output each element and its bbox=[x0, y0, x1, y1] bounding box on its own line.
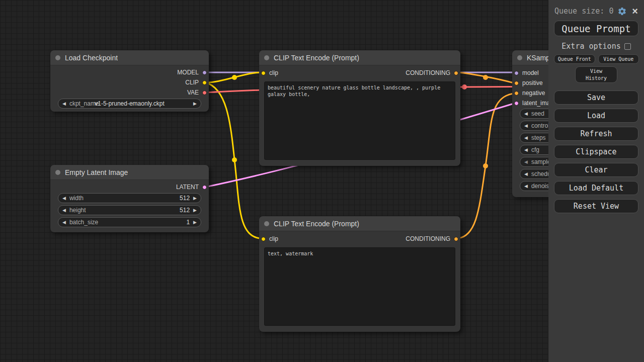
clear-button[interactable]: Clear bbox=[554, 163, 638, 177]
batch-size-widget[interactable]: ◀ batch_size 1 ▶ bbox=[58, 217, 201, 227]
widget-value: v1-5-pruned-emaonly.ckpt bbox=[58, 100, 201, 107]
view-history-line1: View bbox=[590, 68, 602, 74]
node-header[interactable]: CLIP Text Encode (Prompt) bbox=[259, 216, 460, 231]
increment-arrow-icon[interactable]: ▶ bbox=[193, 220, 197, 225]
widget-value: 512 bbox=[180, 207, 190, 214]
latent-slot-dot-icon[interactable] bbox=[202, 185, 207, 190]
output-slot-conditioning[interactable]: CONDITIONING bbox=[406, 234, 458, 244]
slot-label: CONDITIONING bbox=[406, 69, 450, 76]
widget-label: cfg bbox=[531, 146, 539, 153]
collapse-dot-icon[interactable] bbox=[264, 221, 269, 226]
slot-label: clip bbox=[269, 235, 278, 242]
slot-label: model bbox=[522, 69, 539, 76]
collapse-dot-icon[interactable] bbox=[55, 170, 60, 175]
view-queue-button[interactable]: View Queue bbox=[598, 54, 639, 64]
conditioning-slot-dot-icon[interactable] bbox=[454, 71, 458, 75]
slot-label: VAE bbox=[187, 89, 199, 96]
widget-label: batch_size bbox=[69, 219, 98, 226]
conditioning-slot-dot-icon[interactable] bbox=[514, 91, 519, 96]
widget-value: 1 bbox=[186, 219, 190, 226]
queue-status-row: Queue size: 0 × bbox=[548, 0, 644, 16]
clip-slot-dot-icon[interactable] bbox=[261, 71, 266, 75]
height-widget[interactable]: ◀ height 512 ▶ bbox=[58, 205, 201, 215]
node-title: CLIP Text Encode (Prompt) bbox=[274, 220, 359, 228]
decrement-arrow-icon[interactable]: ◀ bbox=[524, 172, 528, 176]
input-slot-model[interactable]: model bbox=[514, 68, 539, 78]
extra-options-label: Extra options bbox=[561, 42, 620, 51]
vae-slot-dot-icon[interactable] bbox=[202, 90, 207, 95]
slot-label: clip bbox=[269, 69, 278, 76]
decrement-arrow-icon[interactable]: ◀ bbox=[524, 148, 528, 152]
negative-prompt-textarea[interactable]: text, watermark bbox=[264, 247, 455, 326]
save-button[interactable]: Save bbox=[554, 90, 638, 105]
collapse-dot-icon[interactable] bbox=[55, 55, 60, 60]
output-slot-clip[interactable]: CLIP bbox=[185, 77, 207, 87]
decrement-arrow-icon[interactable]: ◀ bbox=[524, 160, 528, 164]
widget-label: seed bbox=[531, 110, 544, 117]
slot-label: positive bbox=[522, 79, 543, 86]
widget-label: steps bbox=[531, 134, 546, 141]
input-slot-clip[interactable]: clip bbox=[261, 234, 278, 244]
widget-label: height bbox=[69, 207, 86, 214]
node-load-checkpoint: Load Checkpoint MODEL CLIP VAE ◀ ckpt_na… bbox=[50, 50, 209, 112]
node-title: CLIP Text Encode (Prompt) bbox=[274, 54, 359, 62]
ckpt-name-widget[interactable]: ◀ ckpt_name v1-5-pruned-emaonly.ckpt ▶ bbox=[58, 99, 201, 109]
slot-label: CONDITIONING bbox=[406, 235, 450, 242]
increment-arrow-icon[interactable]: ▶ bbox=[193, 196, 197, 201]
node-title: Load Checkpoint bbox=[65, 54, 118, 62]
decrement-arrow-icon[interactable]: ◀ bbox=[62, 208, 66, 213]
decrement-arrow-icon[interactable]: ◀ bbox=[524, 184, 528, 189]
queue-prompt-button[interactable]: Queue Prompt bbox=[554, 21, 638, 36]
clip-slot-dot-icon[interactable] bbox=[261, 237, 266, 241]
refresh-button[interactable]: Refresh bbox=[554, 127, 638, 141]
collapse-dot-icon[interactable] bbox=[264, 55, 269, 60]
slot-label: MODEL bbox=[177, 69, 199, 76]
output-slot-latent[interactable]: LATENT bbox=[176, 182, 207, 192]
output-slot-conditioning[interactable]: CONDITIONING bbox=[406, 68, 458, 78]
output-slot-vae[interactable]: VAE bbox=[187, 87, 207, 98]
input-slot-negative[interactable]: negative bbox=[514, 88, 545, 98]
decrement-arrow-icon[interactable]: ◀ bbox=[524, 124, 528, 128]
input-slot-positive[interactable]: positive bbox=[514, 78, 543, 88]
menu-panel: Queue size: 0 × Queue Prompt Extra optio… bbox=[548, 0, 644, 362]
increment-arrow-icon[interactable]: ▶ bbox=[193, 208, 197, 213]
width-widget[interactable]: ◀ width 512 ▶ bbox=[58, 193, 201, 203]
decrement-arrow-icon[interactable]: ◀ bbox=[62, 220, 66, 225]
positive-prompt-textarea[interactable]: beautiful scenery nature glass bottle la… bbox=[264, 81, 455, 160]
node-header[interactable]: CLIP Text Encode (Prompt) bbox=[259, 50, 460, 65]
model-slot-dot-icon[interactable] bbox=[514, 71, 519, 75]
queue-size-text: Queue size: bbox=[554, 7, 604, 16]
extra-options-checkbox[interactable] bbox=[624, 43, 631, 50]
widget-label: width bbox=[69, 195, 84, 202]
decrement-arrow-icon[interactable]: ◀ bbox=[524, 136, 528, 140]
clip-slot-dot-icon[interactable] bbox=[202, 80, 207, 85]
collapse-dot-icon[interactable] bbox=[517, 55, 522, 60]
latent-slot-dot-icon[interactable] bbox=[514, 101, 519, 106]
model-slot-dot-icon[interactable] bbox=[202, 70, 207, 75]
conditioning-slot-dot-icon[interactable] bbox=[454, 237, 458, 241]
view-history-button[interactable]: ViewHistory bbox=[575, 66, 617, 83]
clipspace-button[interactable]: Clipspace bbox=[554, 145, 638, 159]
queue-size-label: Queue size: 0 bbox=[554, 7, 613, 16]
slot-label: negative bbox=[522, 89, 545, 97]
queue-actions-row: Queue Front View Queue bbox=[548, 51, 644, 64]
node-header[interactable]: Load Checkpoint bbox=[50, 50, 209, 65]
reset-view-button[interactable]: Reset View bbox=[554, 199, 638, 213]
load-button[interactable]: Load bbox=[554, 109, 638, 123]
view-history-line2: History bbox=[586, 75, 607, 81]
decrement-arrow-icon[interactable]: ◀ bbox=[524, 112, 528, 116]
gear-icon[interactable] bbox=[617, 7, 627, 16]
slot-label: LATENT bbox=[176, 184, 199, 191]
output-slot-model[interactable]: MODEL bbox=[177, 67, 207, 77]
node-title: Empty Latent Image bbox=[65, 168, 128, 176]
conditioning-slot-dot-icon[interactable] bbox=[514, 81, 519, 85]
input-slot-clip[interactable]: clip bbox=[261, 68, 278, 78]
widget-value: 512 bbox=[180, 195, 190, 202]
slot-label: CLIP bbox=[185, 79, 199, 86]
load-default-button[interactable]: Load Default bbox=[554, 181, 638, 195]
queue-size-value: 0 bbox=[609, 7, 613, 16]
close-icon[interactable]: × bbox=[631, 6, 639, 16]
decrement-arrow-icon[interactable]: ◀ bbox=[62, 196, 66, 201]
queue-front-button[interactable]: Queue Front bbox=[554, 54, 595, 64]
node-header[interactable]: Empty Latent Image bbox=[50, 165, 209, 180]
